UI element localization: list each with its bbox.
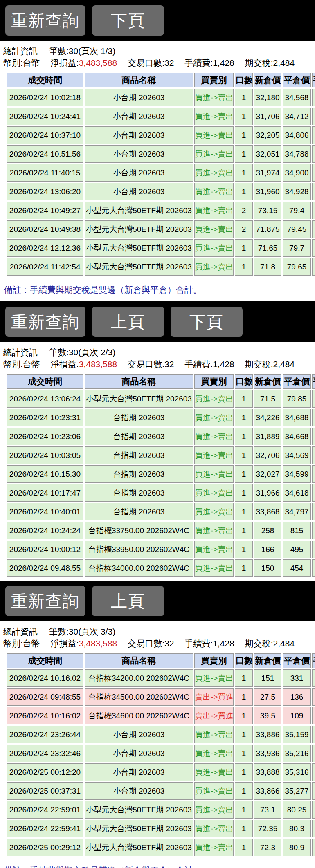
cell-side: 賣出->買進: [194, 707, 234, 724]
cell-side: 買進->賣出: [194, 89, 234, 106]
cell-qty: 1: [235, 484, 253, 502]
cell-qty: 1: [235, 763, 253, 781]
cell-qty: 2: [235, 202, 253, 219]
trades-table-page1: 成交時間商品名稱買賣別口數新倉價平倉價手續費2026/02/24 10:02:1…: [5, 72, 315, 277]
cell-product: 台指權33950.00 202602W4C: [85, 541, 193, 558]
cell-time: 2026/02/24 10:16:02: [7, 707, 83, 724]
page1-content: 總計資訊筆數:30(頁次 1/3) 幣別:台幣淨損益:3,483,588交易口數…: [0, 41, 315, 296]
cell-time: 2026/02/24 10:23:06: [7, 428, 83, 445]
cell-close-price: 35,277: [283, 782, 311, 800]
net-pnl-value: 3,483,588: [79, 359, 117, 369]
header-close: 平倉價: [283, 653, 311, 668]
cell-product: 小台期 202603: [85, 164, 193, 182]
summary-title-row: 總計資訊筆數:30(頁次 2/3): [3, 346, 315, 358]
requery-button[interactable]: 重新查詢: [5, 586, 86, 616]
table-row: 2026/02/24 10:49:27小型元大台灣50ETF期 202603買進…: [7, 202, 315, 219]
header-fee: 手續費: [312, 73, 315, 87]
cell-open-price: 33,888: [254, 763, 281, 781]
cell-product: 台指權33750.00 202602W4C: [85, 522, 193, 539]
cell-close-price: 80.25: [283, 801, 311, 819]
cell-open-price: 71.65: [254, 239, 281, 257]
cell-time: 2026/02/24 22:59:41: [7, 820, 83, 837]
cell-open-price: 151: [254, 669, 281, 687]
futures-tax: 期交稅:2,484: [245, 639, 295, 648]
cell-product: 小台期 202603: [85, 763, 193, 781]
cell-qty: 1: [235, 541, 253, 558]
cell-close-price: 79.85: [283, 390, 311, 408]
cell-product: 台指期 202603: [85, 409, 193, 426]
cell-time: 2026/02/24 10:16:02: [7, 669, 83, 687]
cell-time: 2026/02/24 10:03:05: [7, 446, 83, 464]
cell-close-price: 80.9: [283, 839, 311, 856]
cell-time: 2026/02/25 00:37:31: [7, 782, 83, 800]
cell-open-price: 166: [254, 541, 281, 558]
cell-qty: 1: [235, 258, 253, 276]
cell-fee: [312, 484, 315, 502]
table-row: 2026/02/24 10:37:10小台期 202603買進->賣出132,2…: [7, 126, 315, 144]
cell-side: 買進->賣出: [194, 220, 234, 238]
prev-page-button[interactable]: 上頁: [92, 586, 164, 616]
cell-product: 台指期 202603: [85, 484, 193, 502]
cell-side: 買進->賣出: [194, 839, 234, 856]
cell-fee: [312, 559, 315, 577]
cell-open-price: 33,936: [254, 745, 281, 762]
cell-qty: 1: [235, 782, 253, 800]
header-product: 商品名稱: [85, 653, 193, 668]
cell-time: 2026/02/24 10:02:18: [7, 89, 83, 106]
table-row: 2026/02/24 10:24:24台指權33750.00 202602W4C…: [7, 522, 315, 539]
cell-fee: [312, 707, 315, 724]
cell-qty: 2: [235, 220, 253, 238]
cell-fee: [312, 541, 315, 558]
next-page-button[interactable]: 下頁: [92, 5, 164, 36]
table-row: 2026/02/24 09:48:55台指權34000.00 202602W4C…: [7, 559, 315, 577]
cell-open-price: 32,706: [254, 446, 281, 464]
table-row: 2026/02/24 23:32:46小台期 202603買進->賣出133,9…: [7, 745, 315, 762]
cell-fee: [312, 820, 315, 837]
next-page-button[interactable]: 下頁: [171, 307, 243, 337]
cell-side: 買進->賣出: [194, 541, 234, 558]
cell-close-price: 34,900: [283, 164, 311, 182]
cell-product: 台指權34000.00 202602W4C: [85, 559, 193, 577]
cell-time: 2026/02/24 11:40:15: [7, 164, 83, 182]
cell-time: 2026/02/24 10:49:27: [7, 202, 83, 219]
currency-label: 幣別:台幣: [3, 359, 40, 369]
table-row: 2026/02/24 10:15:30台指期 202603買進->賣出132,0…: [7, 465, 315, 483]
toolbar-page3: 重新查詢 上頁: [0, 581, 315, 621]
table-row: 2026/02/24 09:48:55台指權34500.00 202602W4C…: [7, 688, 315, 706]
commission: 手續費:1,428: [184, 359, 234, 369]
header-qty: 口數: [235, 73, 253, 87]
cell-qty: 1: [235, 239, 253, 257]
net-pnl-value: 3,483,588: [79, 639, 117, 648]
cell-side: 買進->賣出: [194, 126, 234, 144]
table-row: 2026/02/24 10:49:38小型元大台灣50ETF期 202603買進…: [7, 220, 315, 238]
table-row: 2026/02/24 13:06:20小台期 202603買進->賣出131,9…: [7, 183, 315, 200]
cell-qty: 1: [235, 801, 253, 819]
cell-time: 2026/02/24 10:23:31: [7, 409, 83, 426]
table-row: 2026/02/25 00:29:12小型元大台灣50ETF期 202603買進…: [7, 839, 315, 856]
requery-button[interactable]: 重新查詢: [5, 307, 86, 337]
summary-title-row: 總計資訊筆數:30(頁次 1/3): [3, 45, 315, 57]
trade-lots: 交易口數:32: [128, 359, 174, 369]
summary-title-row: 總計資訊筆數:30(頁次 3/3): [3, 626, 315, 637]
cell-time: 2026/02/25 00:12:20: [7, 763, 83, 781]
table-row: 2026/02/24 10:24:41小台期 202603買進->賣出131,7…: [7, 108, 315, 125]
cell-product: 小型元大台灣50ETF期 202603: [85, 839, 193, 856]
cell-fee: [312, 409, 315, 426]
table-row: 2026/02/24 10:51:56小台期 202603買進->賣出132,0…: [7, 145, 315, 163]
cell-qty: 1: [235, 446, 253, 464]
cell-open-price: 33,866: [254, 782, 281, 800]
summary-title: 總計資訊: [3, 348, 38, 357]
cell-open-price: 150: [254, 559, 281, 577]
page3-content: 總計資訊筆數:30(頁次 3/3) 幣別:台幣淨損益:3,483,588交易口數…: [0, 621, 315, 868]
requery-button[interactable]: 重新查詢: [5, 5, 86, 36]
cell-qty: 1: [235, 839, 253, 856]
cell-close-price: 80.3: [283, 820, 311, 837]
cell-qty: 1: [235, 108, 253, 125]
prev-page-button[interactable]: 上頁: [92, 307, 164, 337]
cell-fee: [312, 522, 315, 539]
table-row: 2026/02/24 11:42:54小型元大台灣50ETF期 202603買進…: [7, 258, 315, 276]
cell-time: 2026/02/24 10:37:10: [7, 126, 83, 144]
currency-label: 幣別:台幣: [3, 639, 40, 648]
cell-side: 買進->賣出: [194, 202, 234, 219]
cell-product: 小台期 202603: [85, 126, 193, 144]
